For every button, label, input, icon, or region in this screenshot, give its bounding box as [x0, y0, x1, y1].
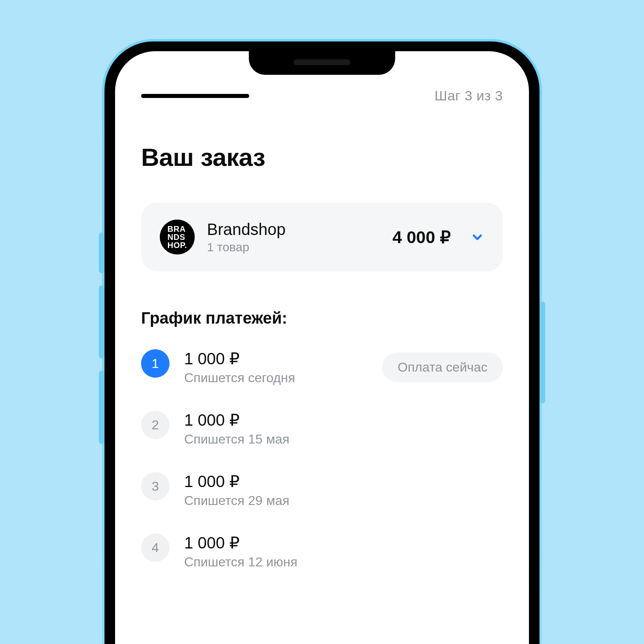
schedule-amount: 1 000 ₽	[184, 533, 503, 552]
phone-volume-up	[99, 285, 104, 359]
progress-bar	[141, 94, 249, 98]
order-total: 4 000 ₽	[392, 227, 451, 247]
schedule-amount: 1 000 ₽	[184, 411, 503, 429]
screen: Шаг 3 из 3 Ваш заказ BRA NDS HOP. Brands…	[115, 51, 529, 644]
schedule-date: Спишется сегодня	[184, 370, 368, 385]
phone-power-button	[540, 302, 545, 403]
phone-notch	[249, 51, 395, 75]
schedule-date: Спишется 29 мая	[184, 493, 503, 508]
chevron-down-icon[interactable]	[470, 230, 484, 244]
schedule-step-number: 4	[141, 533, 170, 562]
pay-now-badge: Оплата сейчас	[382, 352, 503, 382]
schedule-amount: 1 000 ₽	[184, 349, 368, 368]
merchant-name: Brandshop	[207, 220, 380, 239]
schedule-row: 2 1 000 ₽ Спишется 15 мая	[141, 411, 503, 447]
schedule-amount: 1 000 ₽	[184, 472, 503, 491]
schedule-step-number: 3	[141, 472, 170, 500]
schedule-row: 4 1 000 ₽ Спишется 12 июня	[141, 533, 503, 570]
merchant-logo-text: BRA NDS HOP.	[168, 225, 187, 249]
schedule-date: Спишется 15 мая	[184, 432, 503, 447]
schedule-date: Спишется 12 июня	[184, 555, 503, 570]
schedule-title: График платежей:	[141, 309, 503, 327]
payment-schedule: 1 1 000 ₽ Спишется сегодня Оплата сейчас…	[141, 349, 503, 570]
phone-volume-down	[99, 371, 104, 444]
phone-mute-switch	[99, 233, 104, 273]
schedule-row: 1 1 000 ₽ Спишется сегодня Оплата сейчас	[141, 349, 503, 385]
phone-frame: Шаг 3 из 3 Ваш заказ BRA NDS HOP. Brands…	[104, 41, 540, 644]
merchant-info: Brandshop 1 товар	[207, 220, 380, 254]
merchant-items-count: 1 товар	[207, 240, 380, 254]
order-summary-card[interactable]: BRA NDS HOP. Brandshop 1 товар 4 000 ₽	[141, 202, 503, 272]
schedule-step-number: 1	[141, 349, 170, 378]
merchant-logo: BRA NDS HOP.	[160, 220, 195, 255]
phone-mockup: Шаг 3 из 3 Ваш заказ BRA NDS HOP. Brands…	[104, 41, 540, 644]
header-row: Шаг 3 из 3	[141, 88, 503, 104]
page-title: Ваш заказ	[141, 143, 503, 172]
schedule-row: 3 1 000 ₽ Спишется 29 мая	[141, 472, 503, 508]
step-indicator: Шаг 3 из 3	[435, 88, 503, 104]
schedule-step-number: 2	[141, 411, 170, 439]
